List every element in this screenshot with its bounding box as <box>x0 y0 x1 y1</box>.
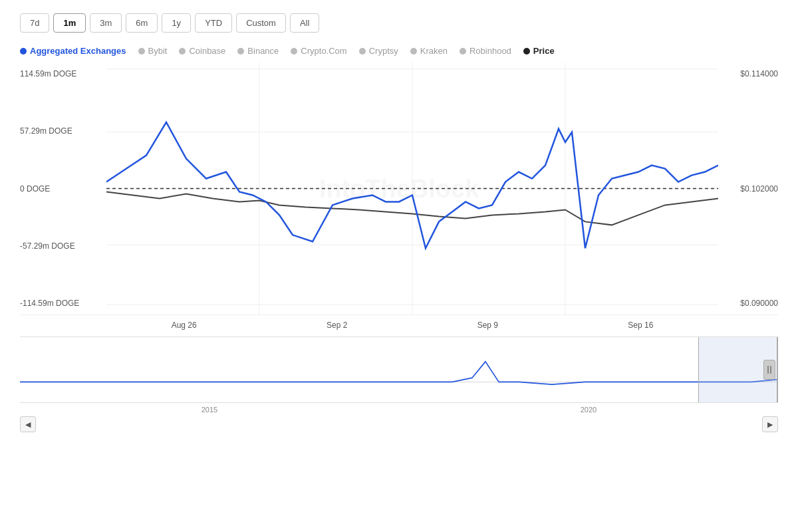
chart-svg-area <box>106 63 718 315</box>
legend-label-bybit: Bybit <box>148 46 168 56</box>
legend-label-aggregated: Aggregated Exchanges <box>30 46 126 56</box>
time-range-selector: 7d 1m 3m 6m 1y YTD Custom All <box>20 13 778 33</box>
legend-dot-coinbase <box>179 48 186 55</box>
time-btn-custom[interactable]: Custom <box>236 13 286 33</box>
time-btn-all[interactable]: All <box>290 13 319 33</box>
legend-label-price: Price <box>533 46 555 56</box>
legend-label-cryptsy: Cryptsy <box>369 46 398 56</box>
scroll-row: ◀ ▶ <box>20 416 778 432</box>
x-label-sep9: Sep 9 <box>477 321 498 330</box>
time-btn-6m[interactable]: 6m <box>126 13 158 33</box>
mini-chart <box>20 336 778 403</box>
navigator-handle[interactable] <box>763 360 775 380</box>
legend-label-kraken: Kraken <box>420 46 448 56</box>
legend-item-binance[interactable]: Binance <box>237 46 279 56</box>
legend-dot-bybit <box>138 48 145 55</box>
y-axis-right: $0.114000 $0.102000 $0.090000 <box>718 63 778 315</box>
mini-chart-svg-wrapper <box>20 337 778 402</box>
legend-label-robinhood: Robinhood <box>469 46 511 56</box>
legend-label-binance: Binance <box>247 46 279 56</box>
legend-dot-cryptocom <box>291 48 297 55</box>
legend-label-coinbase: Coinbase <box>189 46 225 56</box>
mini-chart-svg <box>20 337 778 402</box>
x-axis: Aug 26 Sep 2 Sep 9 Sep 16 <box>106 315 718 330</box>
navigator-handle-lines <box>767 366 771 374</box>
time-btn-ytd[interactable]: YTD <box>195 13 232 33</box>
legend-label-cryptocom: Crypto.Com <box>301 46 346 56</box>
legend-item-price[interactable]: Price <box>523 46 555 56</box>
legend-dot-aggregated <box>20 48 27 55</box>
y-label-right-bottom: $0.090000 <box>718 299 778 308</box>
y-label-top: 114.59m DOGE <box>20 69 106 78</box>
legend-item-cryptsy[interactable]: Cryptsy <box>359 46 398 56</box>
y-label-right-top: $0.114000 <box>718 69 778 78</box>
legend-dot-robinhood <box>460 48 466 55</box>
legend-item-bybit[interactable]: Bybit <box>138 46 168 56</box>
legend-dot-price <box>523 48 530 55</box>
handle-line-1 <box>767 366 769 374</box>
time-btn-1y[interactable]: 1y <box>162 13 191 33</box>
legend-dot-binance <box>237 48 244 55</box>
y-label-mid: 0 DOGE <box>20 184 106 194</box>
y-label-upper: 57.29m DOGE <box>20 126 106 136</box>
main-chart: IntoTheBlock 114.59m DOGE 57.29m DOGE 0 … <box>20 63 778 315</box>
time-btn-3m[interactable]: 3m <box>90 13 122 33</box>
x-label-sep2: Sep 2 <box>327 321 347 330</box>
y-axis-left: 114.59m DOGE 57.29m DOGE 0 DOGE -57.29m … <box>20 63 106 315</box>
main-chart-svg <box>106 63 718 315</box>
y-label-bottom: -114.59m DOGE <box>20 299 106 308</box>
mini-x-label-2020: 2020 <box>581 406 597 414</box>
legend-item-cryptocom[interactable]: Crypto.Com <box>291 46 346 56</box>
handle-line-2 <box>770 366 771 374</box>
time-btn-7d[interactable]: 7d <box>20 13 49 33</box>
legend-item-coinbase[interactable]: Coinbase <box>179 46 225 56</box>
time-btn-1m[interactable]: 1m <box>53 13 86 33</box>
legend-dot-cryptsy <box>359 48 366 55</box>
scroll-right-button[interactable]: ▶ <box>762 416 778 432</box>
x-label-aug26: Aug 26 <box>172 321 197 330</box>
legend-item-aggregated[interactable]: Aggregated Exchanges <box>20 46 126 56</box>
y-label-lower: -57.29m DOGE <box>20 241 106 251</box>
scroll-left-button[interactable]: ◀ <box>20 416 36 432</box>
chart-wrapper: IntoTheBlock 114.59m DOGE 57.29m DOGE 0 … <box>20 63 778 432</box>
mini-x-label-2015: 2015 <box>201 406 217 414</box>
y-label-right-mid: $0.102000 <box>718 184 778 194</box>
legend-item-kraken[interactable]: Kraken <box>410 46 448 56</box>
navigator-selection[interactable] <box>698 337 778 402</box>
chart-legend: Aggregated Exchanges Bybit Coinbase Bina… <box>20 46 778 56</box>
x-label-sep16: Sep 16 <box>628 321 653 330</box>
legend-dot-kraken <box>410 48 417 55</box>
mini-x-axis: 2015 2020 <box>20 403 778 414</box>
legend-item-robinhood[interactable]: Robinhood <box>460 46 511 56</box>
